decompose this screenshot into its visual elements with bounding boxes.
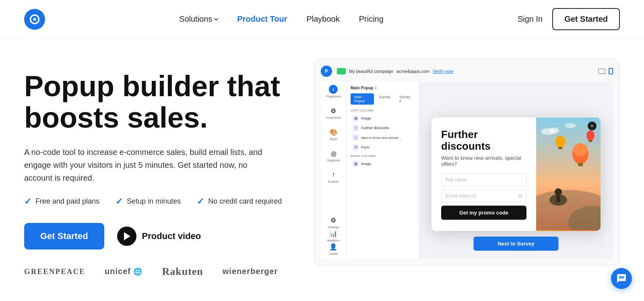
campaign-domain: acme&apps.com [396, 69, 429, 74]
mobile-icon[interactable] [609, 68, 613, 74]
tab-survey[interactable]: Survey [376, 93, 394, 105]
panel-item-discounts[interactable]: T Further discounts [351, 124, 415, 132]
product-video-label: Product video [142, 231, 201, 241]
sidebar-label-customize: Customize [326, 116, 341, 120]
publish-icon: ↑ [329, 170, 338, 179]
svg-point-13 [586, 130, 594, 141]
sidebar-item-leads[interactable]: 👤 Leads [327, 242, 340, 256]
popup-email-field[interactable]: Email Address ✉ [441, 190, 526, 202]
popup-hero-image [536, 118, 601, 231]
panel-info-icon: ℹ [375, 86, 376, 90]
image-icon-right: 🖼 [353, 161, 359, 167]
app-campaign-info: My beautiful campaign acme&apps.com Veri… [337, 68, 453, 74]
brand-rakuten: Rakuten [162, 266, 203, 278]
check-label-1: Free and paid plans [35, 197, 99, 206]
app-logo-small: P [321, 66, 332, 77]
navbar: Solutions Product Tour Playbook Pricing … [0, 0, 644, 39]
check-free-plans: ✓ Free and paid plans [24, 196, 99, 207]
settings-icon: ⚙ [329, 216, 338, 225]
chevron-down-icon [214, 16, 219, 21]
get-started-hero-button[interactable]: Get Started [24, 223, 104, 249]
product-video-button[interactable]: Product video [117, 227, 201, 246]
sidebar-item-segment[interactable]: ◎ Segment [327, 149, 340, 162]
svg-point-16 [549, 128, 559, 133]
checkmark-icon-1: ✓ [24, 196, 31, 207]
sign-in-link[interactable]: Sign In [518, 14, 543, 24]
panel-item-image[interactable]: 🖼 Image [351, 114, 415, 123]
popup-cta-button[interactable]: Get my promo code [441, 206, 526, 220]
check-label-3: No credit card required [208, 197, 282, 206]
balloon-scene-svg [536, 118, 601, 230]
hero-subtitle: A no-code tool to increase e-commerce sa… [24, 146, 266, 184]
panel-item-form[interactable]: ☰ Form [351, 143, 415, 152]
segment-icon: ◎ [329, 149, 338, 158]
panel-item-right-image[interactable]: 🖼 Image [351, 159, 415, 168]
sidebar-item-playbooks[interactable]: 1 Playbooks [326, 85, 341, 98]
text-icon-1: T [353, 125, 359, 131]
app-canvas: × Further discounts Want to know new arr… [419, 82, 613, 259]
svg-rect-12 [558, 147, 562, 149]
image-icon: 🖼 [353, 115, 359, 121]
nav-solutions[interactable]: Solutions [179, 14, 218, 24]
tab-survey-2[interactable]: Survey 2 [396, 93, 415, 105]
popup-left-content: Further discounts Want to know new arriv… [431, 118, 536, 231]
customize-icon: ⚙ [329, 106, 338, 115]
svg-rect-7 [556, 195, 560, 202]
tab-main-popup[interactable]: Main Popup [351, 93, 374, 105]
sidebar-item-analytics[interactable]: 📊 Analytics [327, 229, 340, 242]
campaign-name: My beautiful campaign [349, 69, 393, 74]
hero-actions: Get Started Product video [24, 223, 298, 249]
leads-icon: 👤 [329, 242, 338, 251]
sidebar-item-publish[interactable]: ↑ Publish [328, 170, 339, 183]
app-sidebar: 1 Playbooks ⚙ Customize 🎨 Style ◎ Segmen… [321, 82, 347, 259]
check-setup: ✓ Setup in minutes [116, 196, 181, 207]
playbooks-icon: 1 [329, 85, 338, 94]
checkmark-icon-2: ✓ [116, 196, 123, 207]
sidebar-label-playbooks: Playbooks [326, 95, 341, 98]
email-icon: ✉ [518, 193, 522, 199]
brand-unicef: unicef 🌐 [105, 267, 142, 276]
svg-rect-10 [578, 163, 583, 166]
get-started-nav-button[interactable]: Get Started [552, 8, 620, 30]
sidebar-item-style[interactable]: 🎨 Style [329, 128, 338, 141]
verify-link[interactable]: Verify now [433, 69, 453, 74]
analytics-icon: 📊 [329, 229, 338, 238]
form-icon: ☰ [353, 144, 359, 150]
sidebar-label-publish: Publish [328, 180, 339, 183]
sidebar-label-leads: Leads [329, 252, 338, 256]
popup-preview: × Further discounts Want to know new arr… [431, 118, 601, 231]
nav-playbook[interactable]: Playbook [306, 14, 339, 24]
sidebar-item-settings[interactable]: ⚙ Settings [327, 216, 340, 229]
left-column-label: LEFT COLUMN [351, 109, 415, 112]
unicef-globe-icon: 🌐 [133, 268, 142, 276]
desktop-icon[interactable] [598, 68, 605, 74]
panel-item-arrivals[interactable]: T Want to know new arrivals... [351, 133, 415, 142]
sidebar-item-customize[interactable]: ⚙ Customize [326, 106, 341, 120]
nav-product-tour[interactable]: Product Tour [237, 14, 287, 24]
next-survey-button[interactable]: Next to Survey [473, 237, 558, 251]
svg-point-17 [565, 123, 576, 128]
campaign-icon [337, 68, 346, 74]
text-icon-2: T [353, 135, 359, 140]
svg-point-11 [555, 136, 565, 148]
nav-links: Solutions Product Tour Playbook Pricing [179, 14, 384, 24]
chat-bubble[interactable] [611, 268, 632, 289]
brand-wienerberger: wienerberger [223, 267, 278, 276]
popup-close-button[interactable]: × [588, 122, 597, 130]
sidebar-label-style: Style [330, 137, 337, 141]
popup-subtitle: Want to know new arrivals, special offer… [441, 155, 526, 167]
popup-name-field[interactable]: Full name [441, 173, 526, 186]
check-label-2: Setup in minutes [127, 197, 181, 206]
svg-point-6 [555, 188, 562, 196]
logo[interactable] [24, 9, 45, 30]
popup-title: Further discounts [441, 129, 526, 152]
hero-section: Popup builder that boosts sales. A no-co… [0, 39, 644, 294]
sidebar-label-analytics: Analytics [327, 239, 340, 242]
logo-icon [29, 14, 40, 25]
panel-title: Main Popup ℹ [351, 86, 415, 90]
check-no-card: ✓ No credit card required [197, 196, 282, 207]
device-icons [598, 68, 613, 74]
nav-pricing[interactable]: Pricing [359, 14, 384, 24]
right-column-label: RIGHT COLUMN [351, 154, 415, 158]
chat-icon [616, 273, 627, 284]
